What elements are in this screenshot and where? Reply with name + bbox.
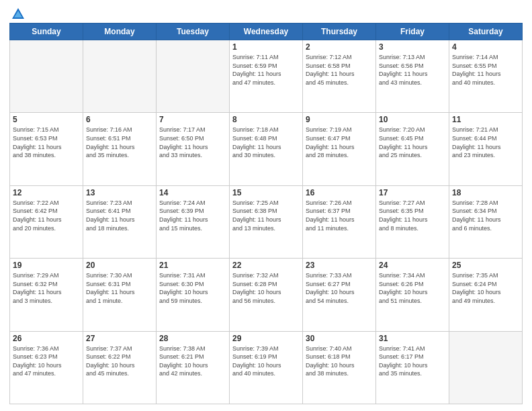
calendar-week-row: 5Sunrise: 7:15 AM Sunset: 6:53 PM Daylig…	[10, 113, 523, 185]
day-number: 30	[306, 334, 373, 343]
day-number: 16	[306, 188, 373, 197]
header-sunday: Sunday	[10, 24, 83, 40]
day-number: 6	[86, 115, 153, 124]
day-number: 5	[13, 115, 80, 124]
day-number: 18	[452, 188, 519, 197]
day-number: 10	[379, 115, 446, 124]
calendar-cell: 22Sunrise: 7:32 AM Sunset: 6:28 PM Dayli…	[230, 259, 303, 331]
calendar-cell: 27Sunrise: 7:37 AM Sunset: 6:22 PM Dayli…	[83, 331, 157, 404]
calendar-cell: 14Sunrise: 7:24 AM Sunset: 6:39 PM Dayli…	[157, 185, 230, 258]
logo-icon	[11, 7, 26, 21]
day-number: 7	[159, 115, 226, 124]
calendar-cell: 15Sunrise: 7:25 AM Sunset: 6:38 PM Dayli…	[230, 185, 303, 258]
header-saturday: Saturday	[449, 24, 523, 40]
day-info: Sunrise: 7:24 AM Sunset: 6:39 PM Dayligh…	[159, 199, 226, 232]
day-info: Sunrise: 7:18 AM Sunset: 6:48 PM Dayligh…	[232, 126, 300, 159]
day-info: Sunrise: 7:34 AM Sunset: 6:26 PM Dayligh…	[379, 271, 446, 305]
day-info: Sunrise: 7:28 AM Sunset: 6:34 PM Dayligh…	[452, 199, 519, 232]
day-number: 13	[86, 188, 153, 197]
day-info: Sunrise: 7:11 AM Sunset: 6:59 PM Dayligh…	[232, 53, 300, 87]
calendar-cell: 2Sunrise: 7:12 AM Sunset: 6:58 PM Daylig…	[303, 40, 376, 113]
logo	[9, 7, 27, 19]
calendar-cell: 21Sunrise: 7:31 AM Sunset: 6:30 PM Dayli…	[157, 259, 230, 331]
calendar-cell: 8Sunrise: 7:18 AM Sunset: 6:48 PM Daylig…	[230, 113, 303, 185]
day-info: Sunrise: 7:39 AM Sunset: 6:19 PM Dayligh…	[232, 345, 300, 378]
day-info: Sunrise: 7:15 AM Sunset: 6:53 PM Dayligh…	[13, 126, 80, 159]
header-tuesday: Tuesday	[157, 24, 230, 40]
page: Sunday Monday Tuesday Wednesday Thursday…	[0, 0, 532, 411]
day-number: 9	[306, 115, 373, 124]
day-info: Sunrise: 7:21 AM Sunset: 6:44 PM Dayligh…	[452, 126, 519, 159]
day-info: Sunrise: 7:35 AM Sunset: 6:24 PM Dayligh…	[452, 271, 519, 305]
day-number: 26	[13, 334, 80, 343]
day-info: Sunrise: 7:22 AM Sunset: 6:42 PM Dayligh…	[13, 199, 80, 232]
calendar-cell: 30Sunrise: 7:40 AM Sunset: 6:18 PM Dayli…	[303, 331, 376, 404]
day-number: 11	[452, 115, 519, 124]
calendar-cell: 12Sunrise: 7:22 AM Sunset: 6:42 PM Dayli…	[10, 185, 83, 258]
day-number: 21	[159, 261, 226, 270]
day-number: 3	[379, 42, 446, 52]
day-info: Sunrise: 7:14 AM Sunset: 6:55 PM Dayligh…	[452, 53, 519, 87]
day-number: 2	[306, 42, 373, 52]
header-wednesday: Wednesday	[230, 24, 303, 40]
calendar-cell: 9Sunrise: 7:19 AM Sunset: 6:47 PM Daylig…	[303, 113, 376, 185]
day-number: 24	[379, 261, 446, 270]
calendar-cell	[10, 40, 83, 113]
calendar-cell: 20Sunrise: 7:30 AM Sunset: 6:31 PM Dayli…	[83, 259, 157, 331]
day-info: Sunrise: 7:37 AM Sunset: 6:22 PM Dayligh…	[86, 345, 153, 378]
day-number: 17	[379, 188, 446, 197]
calendar-table: Sunday Monday Tuesday Wednesday Thursday…	[9, 23, 523, 404]
day-info: Sunrise: 7:36 AM Sunset: 6:23 PM Dayligh…	[13, 345, 80, 378]
calendar-week-row: 1Sunrise: 7:11 AM Sunset: 6:59 PM Daylig…	[10, 40, 523, 113]
day-info: Sunrise: 7:32 AM Sunset: 6:28 PM Dayligh…	[232, 271, 300, 305]
calendar-cell: 29Sunrise: 7:39 AM Sunset: 6:19 PM Dayli…	[230, 331, 303, 404]
day-number: 8	[232, 115, 300, 124]
day-info: Sunrise: 7:13 AM Sunset: 6:56 PM Dayligh…	[379, 53, 446, 87]
calendar-cell	[157, 40, 230, 113]
day-info: Sunrise: 7:19 AM Sunset: 6:47 PM Dayligh…	[306, 126, 373, 159]
header-friday: Friday	[376, 24, 449, 40]
day-info: Sunrise: 7:20 AM Sunset: 6:45 PM Dayligh…	[379, 126, 446, 159]
calendar-cell: 24Sunrise: 7:34 AM Sunset: 6:26 PM Dayli…	[376, 259, 449, 331]
calendar-cell: 3Sunrise: 7:13 AM Sunset: 6:56 PM Daylig…	[376, 40, 449, 113]
calendar-week-row: 26Sunrise: 7:36 AM Sunset: 6:23 PM Dayli…	[10, 331, 523, 404]
day-number: 27	[86, 334, 153, 343]
day-number: 19	[13, 261, 80, 270]
day-number: 28	[159, 334, 226, 343]
day-number: 4	[452, 42, 519, 52]
calendar-cell: 16Sunrise: 7:26 AM Sunset: 6:37 PM Dayli…	[303, 185, 376, 258]
header-thursday: Thursday	[303, 24, 376, 40]
calendar-cell	[83, 40, 157, 113]
logo-text	[9, 7, 27, 19]
calendar-cell: 11Sunrise: 7:21 AM Sunset: 6:44 PM Dayli…	[449, 113, 523, 185]
calendar-week-row: 12Sunrise: 7:22 AM Sunset: 6:42 PM Dayli…	[10, 185, 523, 258]
day-number: 20	[86, 261, 153, 270]
calendar-cell: 25Sunrise: 7:35 AM Sunset: 6:24 PM Dayli…	[449, 259, 523, 331]
calendar-week-row: 19Sunrise: 7:29 AM Sunset: 6:32 PM Dayli…	[10, 259, 523, 331]
day-info: Sunrise: 7:31 AM Sunset: 6:30 PM Dayligh…	[159, 271, 226, 305]
days-header-row: Sunday Monday Tuesday Wednesday Thursday…	[10, 24, 523, 40]
calendar-cell: 18Sunrise: 7:28 AM Sunset: 6:34 PM Dayli…	[449, 185, 523, 258]
header-monday: Monday	[83, 24, 157, 40]
day-number: 31	[379, 334, 446, 343]
day-number: 15	[232, 188, 300, 197]
day-number: 12	[13, 188, 80, 197]
calendar-cell: 19Sunrise: 7:29 AM Sunset: 6:32 PM Dayli…	[10, 259, 83, 331]
calendar-cell: 17Sunrise: 7:27 AM Sunset: 6:35 PM Dayli…	[376, 185, 449, 258]
day-number: 23	[306, 261, 373, 270]
calendar-cell: 23Sunrise: 7:33 AM Sunset: 6:27 PM Dayli…	[303, 259, 376, 331]
calendar-cell: 28Sunrise: 7:38 AM Sunset: 6:21 PM Dayli…	[157, 331, 230, 404]
day-info: Sunrise: 7:29 AM Sunset: 6:32 PM Dayligh…	[13, 271, 80, 305]
day-number: 1	[232, 42, 300, 52]
calendar-cell: 4Sunrise: 7:14 AM Sunset: 6:55 PM Daylig…	[449, 40, 523, 113]
calendar-cell: 6Sunrise: 7:16 AM Sunset: 6:51 PM Daylig…	[83, 113, 157, 185]
day-info: Sunrise: 7:12 AM Sunset: 6:58 PM Dayligh…	[306, 53, 373, 87]
header	[9, 7, 523, 19]
day-info: Sunrise: 7:41 AM Sunset: 6:17 PM Dayligh…	[379, 345, 446, 378]
calendar-cell: 7Sunrise: 7:17 AM Sunset: 6:50 PM Daylig…	[157, 113, 230, 185]
calendar-cell: 26Sunrise: 7:36 AM Sunset: 6:23 PM Dayli…	[10, 331, 83, 404]
calendar-cell	[449, 331, 523, 404]
calendar-cell: 5Sunrise: 7:15 AM Sunset: 6:53 PM Daylig…	[10, 113, 83, 185]
day-info: Sunrise: 7:23 AM Sunset: 6:41 PM Dayligh…	[86, 199, 153, 232]
calendar-cell: 31Sunrise: 7:41 AM Sunset: 6:17 PM Dayli…	[376, 331, 449, 404]
